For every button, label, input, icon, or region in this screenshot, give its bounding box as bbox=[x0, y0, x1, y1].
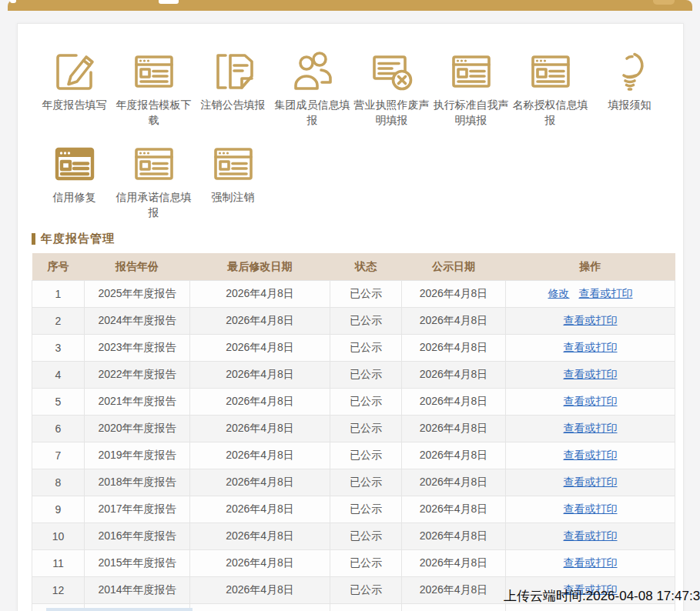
edit-square-icon bbox=[50, 47, 99, 96]
view-print-link[interactable]: 查看或打印 bbox=[564, 529, 618, 542]
shortcut-item[interactable]: 强制注销 bbox=[193, 139, 273, 220]
cell-status: 已公示 bbox=[330, 550, 402, 577]
cell-report-year: 2024年年度报告 bbox=[85, 308, 190, 335]
browser-icon bbox=[209, 139, 258, 189]
cell-modified-date: 2026年4月8日 bbox=[190, 469, 330, 496]
table-row: 62020年年度报告2026年4月8日已公示2026年4月8日查看或打印 bbox=[32, 416, 675, 442]
cell-actions: 查看或打印 bbox=[506, 469, 675, 496]
shortcut-item[interactable]: 信用修复 bbox=[35, 139, 114, 220]
bulb-icon bbox=[605, 47, 655, 96]
cell-report-year: 2018年年度报告 bbox=[85, 469, 190, 496]
cell-status: 已公示 bbox=[330, 442, 402, 469]
cell-modified-date: 2026年4月8日 bbox=[190, 523, 330, 550]
cell-report-year: 2017年年度报告 bbox=[85, 496, 190, 523]
view-print-link[interactable]: 查看或打印 bbox=[564, 395, 618, 407]
cell-publish-date: 2026年4月8日 bbox=[402, 496, 506, 523]
table-header-cell: 公示日期 bbox=[402, 253, 506, 281]
shortcut-item[interactable]: 集团成员信息填报 bbox=[273, 47, 352, 128]
cell-publish-date: 2026年4月8日 bbox=[402, 281, 506, 308]
view-print-link[interactable]: 查看或打印 bbox=[564, 422, 618, 434]
cell-report-year: 2023年年度报告 bbox=[85, 335, 190, 362]
people-icon bbox=[288, 47, 337, 96]
view-print-link[interactable]: 查看或打印 bbox=[564, 368, 618, 380]
cell-publish-date: 2026年4月8日 bbox=[402, 523, 506, 550]
view-print-link[interactable]: 查看或打印 bbox=[564, 556, 618, 569]
cell-actions: 查看或打印 bbox=[506, 550, 675, 577]
shortcut-label: 填报须知 bbox=[608, 97, 651, 112]
cell-publish-date: 2026年4月8日 bbox=[402, 308, 506, 335]
cell-report-year: 2025年年度报告 bbox=[85, 281, 190, 308]
cell-actions: 查看或打印 bbox=[506, 496, 675, 523]
cell-actions: 查看或打印 bbox=[506, 335, 675, 362]
cell-actions: 查看或打印 bbox=[506, 389, 675, 416]
pagination-hint bbox=[46, 608, 193, 611]
cell-modified-date: 2026年4月8日 bbox=[190, 496, 330, 523]
cell-status: 已公示 bbox=[330, 362, 402, 389]
table-row: 112015年年度报告2026年4月8日已公示2026年4月8日查看或打印 bbox=[32, 550, 675, 577]
shortcut-grid: 年度报告填写 年度报告模板下载 注销公告填报 集团成员信息填报 营业执照作废声明… bbox=[35, 47, 669, 220]
browser-icon bbox=[526, 47, 575, 96]
cell-actions: 查看或打印 bbox=[506, 308, 675, 335]
doc-export-icon bbox=[209, 47, 258, 96]
cell-status: 已公示 bbox=[330, 577, 402, 604]
view-print-link[interactable]: 查看或打印 bbox=[579, 287, 633, 299]
content-card: 年度报告填写 年度报告模板下载 注销公告填报 集团成员信息填报 营业执照作废声明… bbox=[17, 23, 684, 611]
shortcut-item[interactable]: 名称授权信息填报 bbox=[511, 47, 590, 128]
cell-index: 6 bbox=[32, 416, 85, 442]
shortcut-label: 信用承诺信息填报 bbox=[115, 189, 193, 220]
cell-modified-date: 2026年4月8日 bbox=[190, 416, 330, 442]
view-print-link[interactable]: 查看或打印 bbox=[564, 449, 618, 461]
cell-report-year: 2014年年度报告 bbox=[85, 577, 190, 604]
header-fragment-left bbox=[10, 0, 16, 3]
cell-actions: 查看或打印 bbox=[506, 523, 675, 550]
shortcut-label: 营业执照作废声明填报 bbox=[353, 97, 431, 128]
cell-actions: 查看或打印 bbox=[506, 362, 675, 389]
browser-icon bbox=[447, 47, 496, 96]
cell-index: 2 bbox=[32, 308, 85, 335]
shortcut-item[interactable]: 填报须知 bbox=[590, 47, 669, 128]
table-row: 42022年年度报告2026年4月8日已公示2026年4月8日查看或打印 bbox=[32, 362, 675, 389]
cell-report-year: 2016年年度报告 bbox=[85, 523, 190, 550]
cell-actions: 查看或打印 bbox=[506, 442, 675, 469]
cell-report-year: 2020年年度报告 bbox=[85, 416, 190, 442]
table-row: 52021年年度报告2026年4月8日已公示2026年4月8日查看或打印 bbox=[32, 389, 675, 416]
table-header-cell: 最后修改日期 bbox=[190, 253, 330, 281]
table-header-cell: 报告年份 bbox=[85, 253, 190, 281]
table-row: 92017年年度报告2026年4月8日已公示2026年4月8日查看或打印 bbox=[32, 496, 675, 523]
cell-modified-date: 2026年4月8日 bbox=[190, 577, 330, 604]
cell-index: 7 bbox=[32, 442, 85, 469]
cell-index: 3 bbox=[32, 335, 85, 362]
edit-link[interactable]: 修改 bbox=[548, 287, 570, 299]
view-print-link[interactable]: 查看或打印 bbox=[564, 314, 618, 326]
cell-report-year: 2015年年度报告 bbox=[85, 550, 190, 577]
header-fragment-right bbox=[653, 0, 675, 5]
shortcut-label: 名称授权信息填报 bbox=[511, 97, 590, 128]
view-print-link[interactable]: 查看或打印 bbox=[564, 476, 618, 488]
shortcut-item[interactable]: 执行标准自我声明填报 bbox=[431, 47, 511, 128]
view-print-link[interactable]: 查看或打印 bbox=[564, 502, 618, 515]
cell-status: 已公示 bbox=[330, 496, 402, 523]
table-row: 102016年年度报告2026年4月8日已公示2026年4月8日查看或打印 bbox=[32, 523, 675, 550]
table-row: 82018年年度报告2026年4月8日已公示2026年4月8日查看或打印 bbox=[32, 469, 675, 496]
shortcut-label: 注销公告填报 bbox=[201, 97, 266, 112]
shortcut-label: 年度报告模板下载 bbox=[115, 97, 193, 128]
shortcut-item[interactable]: 注销公告填报 bbox=[193, 47, 273, 128]
shortcut-item[interactable]: 信用承诺信息填报 bbox=[114, 139, 193, 220]
cell-publish-date: 2026年4月8日 bbox=[402, 577, 506, 604]
shortcut-label: 强制注销 bbox=[212, 189, 255, 205]
shortcut-item[interactable]: 年度报告模板下载 bbox=[114, 47, 193, 128]
cell-actions: 修改查看或打印 bbox=[506, 281, 675, 308]
cell-modified-date: 2026年4月8日 bbox=[190, 389, 330, 416]
cell-publish-date: 2026年4月8日 bbox=[402, 416, 506, 442]
shortcut-label: 信用修复 bbox=[53, 189, 96, 205]
shortcut-item[interactable]: 年度报告填写 bbox=[35, 47, 114, 128]
cell-index: 11 bbox=[32, 550, 85, 577]
table-header-row: 序号报告年份最后修改日期状态公示日期操作 bbox=[32, 253, 675, 281]
view-print-link[interactable]: 查看或打印 bbox=[564, 341, 618, 353]
cell-index: 5 bbox=[32, 389, 85, 416]
shortcut-item[interactable]: 营业执照作废声明填报 bbox=[352, 47, 431, 128]
table-header-cell: 操作 bbox=[506, 253, 675, 281]
section-title-marker bbox=[32, 233, 35, 245]
shortcut-label: 年度报告填写 bbox=[42, 97, 107, 112]
browser-icon bbox=[129, 139, 179, 189]
